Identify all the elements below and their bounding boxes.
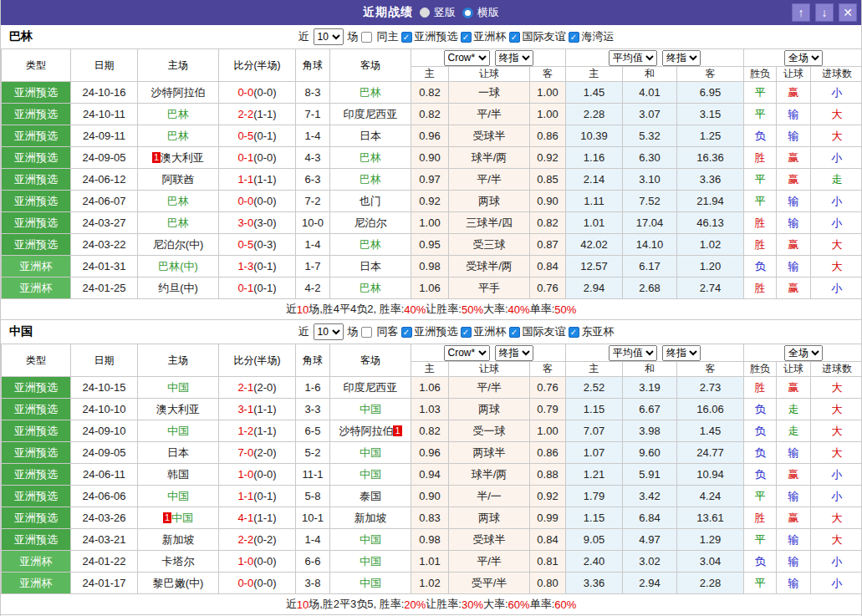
handicap-result-cell: 输 [777,573,811,594]
result-cell: 平 [744,486,777,507]
away-team-cell: 巴林 [330,82,411,104]
result-cell: 平 [744,573,777,594]
handicap-line-cell: 受三球 [449,234,530,256]
avg-away-cell: 21.94 [677,191,744,212]
handicap-result-cell: 赢 [777,234,811,256]
avg-stage-select[interactable]: 终指 [662,345,701,361]
match-type-badge: 亚洲预选 [2,147,71,169]
home-team-cell: 卡塔尔 [138,551,219,573]
handicap-line-cell: 平/半 [449,169,530,191]
summary-text: 60% [554,598,576,611]
close-button[interactable]: ✕ [839,3,857,22]
sub-column-header: 客 [677,67,744,82]
score-cell: 2-2(1-1) [219,104,296,125]
summary-text: 大率: [483,302,508,317]
avg-dropdown-group: 平均值终指 [566,344,744,362]
window-title: 近期战绩 [363,5,413,20]
result-cell: 胜 [744,377,777,399]
same-venue-checkbox[interactable] [361,327,372,338]
goals-result-cell: 大 [811,420,862,442]
league-checkbox[interactable]: ✓ [461,32,472,43]
horizontal-layout-radio[interactable] [462,8,473,18]
avg-draw-cell: 14.10 [623,234,677,256]
odds-home-cell: 0.92 [411,191,449,212]
league-checkbox[interactable]: ✓ [569,327,579,338]
odds-home-cell: 1.03 [411,399,449,420]
home-team-name: 黎巴嫩(中) [153,577,204,589]
sub-column-header: 进球数 [811,67,862,82]
handicap-result-cell: 输 [777,191,811,212]
scope-select[interactable]: 全场 [784,50,823,66]
match-type-badge: 亚洲预选 [2,377,71,399]
home-team-name: 澳大利亚 [156,403,200,415]
league-checkbox[interactable]: ✓ [401,32,412,43]
vertical-layout-radio[interactable] [420,8,430,18]
odds-provider-select[interactable]: Crow* [444,345,490,361]
match-type-badge: 亚洲杯 [2,277,71,299]
halftime-score: (1-1) [253,173,276,186]
avg-away-cell: 1.20 [677,256,744,277]
corner-cell: 1-7 [296,256,330,277]
avg-type-select[interactable]: 平均值 [609,50,657,66]
away-team-cell: 印度尼西亚 [330,104,411,125]
column-header: 角球 [296,49,330,82]
avg-home-cell: 2.14 [566,169,623,191]
avg-home-cell: 10.39 [566,125,623,147]
home-team-cell: 日本 [138,442,219,464]
avg-away-cell: 10.94 [677,464,744,486]
handicap-line-cell: 平手 [449,277,530,299]
sub-column-header: 进球数 [811,362,862,377]
home-team-name: 中国 [171,512,193,524]
odds-stage-select[interactable]: 终指 [495,50,533,66]
same-venue-checkbox[interactable] [361,32,372,43]
avg-draw-cell: 3.19 [623,377,677,399]
handicap-line-cell: 受球半/两 [449,256,530,277]
league-checkbox[interactable]: ✓ [569,32,579,43]
match-type-badge: 亚洲预选 [2,82,71,104]
odds-home-cell: 1.00 [411,212,449,234]
odds-provider-select[interactable]: Crow* [444,50,490,66]
same-venue-label: 同客 [377,324,399,339]
fulltime-score: 0-1 [237,282,253,294]
league-checkbox[interactable]: ✓ [401,327,412,338]
section-filter-bar: 巴林近10场同主✓亚洲预选✓亚洲杯✓国际友谊✓海湾运 [1,25,861,48]
fulltime-score: 4-1 [237,512,253,524]
odds-stage-select[interactable]: 终指 [495,345,533,361]
away-team-cell: 尼泊尔 [330,212,411,234]
odds-away-cell: 0.88 [530,464,566,486]
title-bar: 近期战绩 竖版 横版 ↑ ↓ ✕ [1,0,861,25]
column-header: 类型 [2,49,71,82]
handicap-line-cell: 三球半/四 [449,212,530,234]
match-row: 亚洲杯24-01-22卡塔尔1-0(0-0)6-6中国1.01平/半0.812.… [2,551,862,573]
odds-home-cell: 0.83 [411,507,449,529]
scope-select[interactable]: 全场 [784,345,823,361]
match-row: 亚洲杯24-01-17黎巴嫩(中)0-0(0-0)3-8中国1.02受平/半0.… [2,573,862,594]
league-checkbox[interactable]: ✓ [509,327,520,338]
league-checkbox[interactable]: ✓ [461,327,472,338]
move-up-button[interactable]: ↑ [792,3,810,22]
match-count-select[interactable]: 10 [314,323,344,340]
odds-away-cell: 0.81 [530,551,566,573]
summary-text: 让胜率: [426,302,462,317]
result-cell: 负 [744,442,777,464]
odds-away-cell: 0.92 [530,147,566,169]
column-header: 客场 [330,344,411,377]
avg-type-select[interactable]: 平均值 [609,345,657,361]
match-count-select[interactable]: 10 [314,28,344,45]
fulltime-score: 0-0 [237,577,253,589]
goals-result-cell: 小 [811,191,862,212]
score-cell: 0-1(0-1) [219,277,296,299]
handicap-result-cell: 赢 [777,464,811,486]
match-row: 亚洲杯24-01-31巴林(中)1-3(0-1)1-7日本0.98受球半/两0.… [2,256,862,277]
goals-result-cell: 大 [811,507,862,529]
corner-cell: 4-3 [296,147,330,169]
sub-column-header: 主 [411,362,449,377]
date-cell: 24-03-21 [71,529,138,551]
avg-away-cell: 1.29 [677,529,744,551]
avg-stage-select[interactable]: 终指 [662,50,701,66]
move-down-button[interactable]: ↓ [815,3,834,22]
avg-draw-cell: 9.60 [623,442,677,464]
league-checkbox[interactable]: ✓ [509,32,520,43]
home-team-name: 巴林 [167,130,189,142]
result-cell: 平 [744,191,777,212]
